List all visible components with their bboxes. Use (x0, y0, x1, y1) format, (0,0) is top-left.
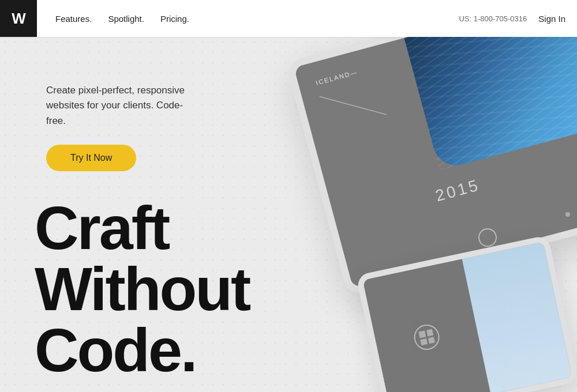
nav-right: US: 1-800-705-0316 Sign In (459, 14, 577, 24)
tablet-iceland-text: ICELAND— (315, 69, 358, 86)
logo-letter: W (12, 10, 25, 28)
nav-phone: US: 1-800-705-0316 (459, 14, 527, 23)
hero-tagline: Create pixel-perfect, responsive website… (46, 83, 196, 129)
tablet-line (320, 96, 387, 115)
scroll-indicator (565, 212, 570, 217)
nav-spotlight[interactable]: Spotlight. (101, 9, 151, 28)
hero-headline: Craft Without Code. (35, 197, 249, 380)
grid-cell-2 (426, 329, 433, 336)
nav-pricing[interactable]: Pricing. (153, 9, 196, 28)
grid-cell-1 (418, 331, 425, 338)
logo[interactable]: W (0, 0, 37, 37)
grid-icon-inner (411, 322, 441, 352)
hero-left-content: Create pixel-perfect, responsive website… (46, 83, 196, 171)
grid-icon (411, 322, 441, 352)
hero-section: Create pixel-perfect, responsive website… (0, 37, 577, 392)
ocean-waves (404, 37, 577, 170)
tablet-year: 2015 (433, 176, 482, 205)
try-it-now-button[interactable]: Try It Now (46, 145, 136, 171)
nav-links: Features. Spotlight. Pricing. (48, 9, 459, 28)
navbar: W Features. Spotlight. Pricing. US: 1-80… (0, 0, 577, 37)
headline-text: Craft Without Code. (35, 197, 249, 380)
grid-cell-3 (420, 338, 427, 345)
ocean-area (404, 37, 577, 170)
grid-cell-4 (428, 337, 434, 344)
signin-link[interactable]: Sign In (538, 14, 565, 24)
nav-features[interactable]: Features. (48, 9, 99, 28)
